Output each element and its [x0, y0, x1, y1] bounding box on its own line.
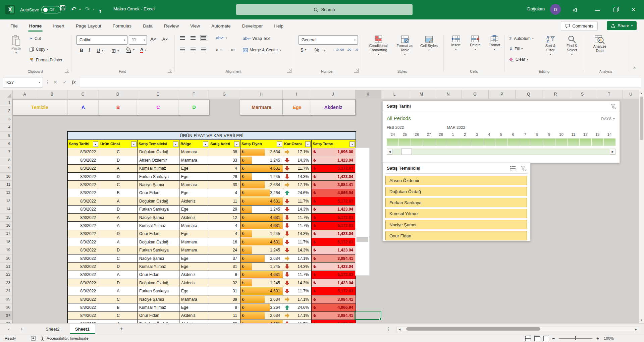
macro-button-c[interactable]: C	[137, 99, 179, 115]
row-header-19[interactable]: 19	[0, 246, 12, 254]
undo-chevron-icon[interactable]: ▾	[79, 7, 81, 11]
column-header-p[interactable]: P	[488, 90, 516, 99]
zoom-level[interactable]: 100%	[604, 334, 613, 342]
cell-satis-tutari[interactable]: ₺1,423.04	[312, 206, 356, 213]
borders-icon[interactable]: ⊞▾	[111, 48, 119, 54]
timeline-day-segment[interactable]	[387, 138, 399, 146]
cell-satis-temsilcisi[interactable]: Doğukan Özdağ	[138, 197, 179, 205]
cell-satis-tutari[interactable]: ₺1,423.04	[312, 246, 356, 254]
cell-satis-fiyati[interactable]: ₺3,264	[240, 303, 283, 311]
filter-dropdown-icon[interactable]: ▼	[305, 141, 311, 147]
cell-satis-adeti[interactable]: 31	[209, 263, 240, 270]
cell-satis-temsilcisi[interactable]: Kumsal Yılmaz	[138, 222, 179, 229]
timeline-day-segment[interactable]	[483, 138, 495, 146]
whats-new-megaphone-icon[interactable]	[568, 0, 583, 19]
ribbon-tab-review[interactable]: Review	[158, 19, 184, 32]
cell-bolge[interactable]: Marmara	[179, 148, 209, 156]
timeline-day-segment[interactable]	[531, 138, 543, 146]
font-family-select[interactable]: Calibri ▾	[76, 35, 127, 45]
timeline-day-label[interactable]: 14	[603, 132, 615, 137]
cell-satis-adeti[interactable]: 4	[209, 230, 240, 238]
cell-urun-cinsi[interactable]: D	[99, 230, 138, 238]
timeline-day-segment[interactable]	[568, 138, 580, 146]
fill-button[interactable]: ⇩ Fill ▾	[509, 46, 523, 51]
cell-satis-tutari[interactable]: ₺5,172.83	[312, 238, 356, 246]
share-button[interactable]: Share ▾	[607, 21, 637, 30]
merge-center-button[interactable]: Merge & Center ▾	[243, 48, 281, 52]
vertical-scroll-thumb[interactable]	[640, 97, 643, 140]
column-header-i[interactable]: I	[282, 90, 311, 99]
cell-satis-fiyati[interactable]: ₺4,631	[240, 165, 283, 172]
undo-icon[interactable]: ↶	[71, 5, 76, 14]
cell-satis-adeti[interactable]: 29	[209, 206, 240, 213]
filter-dropdown-icon[interactable]: ▼	[350, 141, 355, 147]
timeline-day-segment[interactable]	[435, 138, 447, 146]
cell-bolge[interactable]: Akdeniz	[179, 197, 209, 205]
table-header-sat-fiyat[interactable]: Satış Fiyatı▼	[240, 140, 283, 148]
font-color-button[interactable]: A ▾	[140, 47, 146, 53]
cell-urun-cinsi[interactable]: A	[99, 222, 138, 229]
ribbon-tab-help[interactable]: Help	[268, 19, 289, 32]
cell-satis-temsilcisi[interactable]: Onur Fidan	[138, 312, 179, 320]
timeline-day-segment[interactable]	[495, 138, 507, 146]
timeline-day-segment[interactable]	[555, 138, 568, 146]
zoom-slider-thumb[interactable]	[575, 336, 576, 340]
cell-satis-tutari[interactable]: ₺5,172.83	[312, 222, 356, 229]
row-header-10[interactable]: 10	[0, 172, 12, 181]
cell-satis-temsilcisi[interactable]: Doğukan Özdağ	[138, 148, 179, 156]
cell-satis-tutari[interactable]: ₺1,423.04	[312, 230, 356, 238]
cell-satis-fiyati[interactable]: ₺2,634	[240, 312, 283, 320]
row-header-27[interactable]: 27	[0, 311, 12, 320]
cell-satis-temsilcisi[interactable]: Furkan Sarıkaya	[138, 287, 179, 295]
horizontal-scrollbar[interactable]: ◀ ▶	[396, 327, 639, 332]
cell-bolge[interactable]: Akdeniz	[179, 279, 209, 287]
timeline-day-label[interactable]: 6	[507, 132, 519, 137]
cell-kar-orani[interactable]: 17.1%	[283, 254, 312, 262]
cell-urun-cinsi[interactable]: B	[99, 189, 138, 197]
column-header-s[interactable]: S	[569, 90, 596, 99]
collapse-ribbon-icon[interactable]: ˄	[633, 66, 636, 70]
timeline-day-segment[interactable]	[447, 138, 459, 146]
save-icon[interactable]	[60, 5, 66, 11]
cell-satis-tarihi[interactable]: 8/3/2022	[68, 173, 99, 180]
cell-satis-adeti[interactable]: 11	[209, 312, 240, 320]
cell-satis-temsilcisi[interactable]: Kumsal Yılmaz	[138, 165, 179, 172]
align-left-icon[interactable]	[180, 48, 185, 51]
cell-satis-tutari[interactable]: ₺1,423.04	[312, 173, 356, 180]
slicer-clear-filter-icon[interactable]	[520, 165, 527, 172]
row-header-11[interactable]: 11	[0, 180, 12, 189]
row-header-7[interactable]: 7	[0, 148, 12, 156]
column-header-m[interactable]: M	[408, 90, 435, 99]
cell-satis-fiyati[interactable]: ₺1,245	[240, 230, 283, 238]
cell-satis-adeti[interactable]: 8	[209, 271, 240, 279]
row-header-9[interactable]: 9	[0, 164, 12, 172]
cell-kar-orani[interactable]: 14.3%	[283, 279, 312, 287]
timeline-day-label[interactable]: 26	[411, 132, 423, 137]
form-scrollbar-thumb[interactable]	[357, 237, 368, 242]
row-header-18[interactable]: 18	[0, 238, 12, 246]
cell-satis-tutari[interactable]: ₺5,172.83	[312, 320, 356, 323]
cell-satis-adeti[interactable]: 29	[209, 173, 240, 180]
cell-urun-cinsi[interactable]: D	[99, 263, 138, 270]
search-input[interactable]: Search	[236, 4, 413, 15]
table-header-sat-temsilcisi[interactable]: Satış Temsilcisi▼	[138, 140, 179, 148]
autosum-button[interactable]: Σ AutoSum ▾	[509, 36, 534, 41]
enter-formula-icon[interactable]: ✓	[60, 77, 69, 87]
row-header-5[interactable]: 5	[0, 131, 12, 140]
cell-satis-tarihi[interactable]: 8/3/2022	[68, 263, 99, 270]
select-all-corner[interactable]	[0, 90, 13, 99]
cell-satis-fiyati[interactable]: ₺2,634	[240, 148, 283, 156]
redo-icon[interactable]: ↷	[85, 5, 90, 14]
slicer-item-onur-fidan[interactable]: Onur Fidan	[385, 231, 527, 240]
cell-bolge[interactable]: Ege	[179, 254, 209, 262]
table-header-r-n-cinsi[interactable]: Ürün Cinsi▼	[99, 140, 138, 148]
name-box[interactable]: K27 ▾	[3, 77, 43, 88]
timeline-day-label[interactable]: 28	[435, 132, 447, 137]
autosave-toggle[interactable]: AutoSave Off	[20, 6, 61, 13]
sort-filter-chevron-icon[interactable]: ▾	[550, 52, 551, 57]
cell-kar-orani[interactable]: 11.7%	[283, 214, 312, 221]
tabstrip-options-icon[interactable]: ⋮	[386, 324, 391, 334]
cell-satis-adeti[interactable]: 38	[209, 148, 240, 156]
row-header-16[interactable]: 16	[0, 221, 12, 230]
clipboard-dialog-launcher[interactable]	[65, 68, 69, 73]
